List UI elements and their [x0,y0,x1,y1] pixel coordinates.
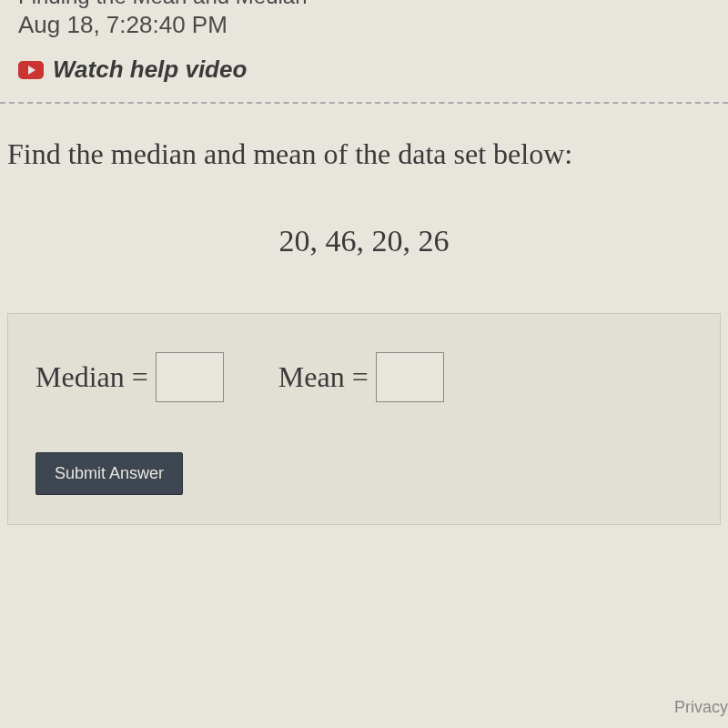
timestamp: Aug 18, 7:28:40 PM [18,11,710,39]
data-set: 20, 46, 20, 26 [0,224,728,258]
median-group: Median = [35,352,224,402]
mean-input[interactable] [376,352,444,402]
mean-label: Mean = [278,360,369,394]
youtube-icon [18,61,44,79]
video-link-text: Watch help video [53,56,247,84]
median-label: Median = [35,360,148,394]
privacy-link[interactable]: Privacy [674,698,728,717]
question-prompt: Find the median and mean of the data set… [0,104,728,174]
mean-group: Mean = [278,352,444,402]
answer-box: Median = Mean = Submit Answer [7,313,721,525]
submit-button[interactable]: Submit Answer [35,452,183,495]
watch-help-video-link[interactable]: Watch help video [18,56,710,84]
page-title-cut: Finding the Mean and Median [18,0,710,9]
median-input[interactable] [156,352,224,402]
